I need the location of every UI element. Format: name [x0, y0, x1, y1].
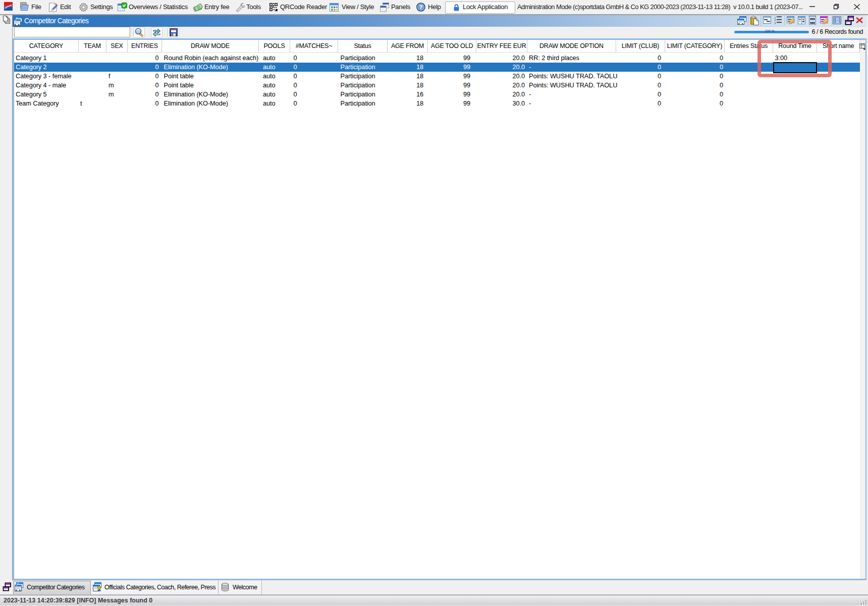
svg-text:?: ? [419, 4, 422, 10]
svg-text:3: 3 [774, 22, 776, 25]
